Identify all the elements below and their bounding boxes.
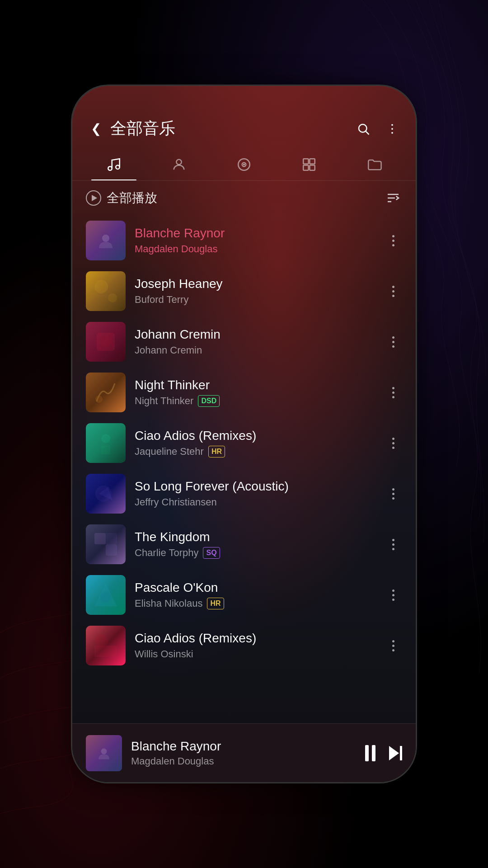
- song-more-button[interactable]: [384, 429, 402, 457]
- dots-icon: [392, 539, 394, 550]
- song-thumbnail: [86, 221, 126, 260]
- song-title: Joseph Heaney: [135, 277, 375, 291]
- song-info: Joseph Heaney Buford Terry: [135, 277, 375, 306]
- now-playing-info: Blanche Raynor Magdalen Douglas: [131, 739, 356, 767]
- grid-icon: [301, 157, 317, 172]
- more-icon: [385, 122, 399, 136]
- song-more-button[interactable]: [384, 227, 402, 254]
- svg-point-0: [359, 124, 367, 132]
- list-item[interactable]: So Long Forever (Acoustic) Jeffry Christ…: [72, 468, 416, 519]
- play-all-label: 全部播放: [107, 189, 157, 207]
- list-item[interactable]: Blanche Raynor Magdalen Douglas: [72, 215, 416, 266]
- song-artist: Johann Cremin: [135, 344, 202, 356]
- dots-icon: [392, 336, 394, 348]
- tab-artists[interactable]: [146, 149, 211, 180]
- page-title: 全部音乐: [106, 118, 353, 140]
- song-meta: Charlie Torphy SQ: [135, 547, 375, 559]
- pause-button[interactable]: [365, 745, 375, 761]
- svg-point-7: [176, 160, 181, 165]
- list-item[interactable]: Ciao Adios (Remixes) Willis Osinski: [72, 620, 416, 671]
- thumb-decoration: [92, 531, 119, 558]
- song-artist: Buford Terry: [135, 294, 188, 306]
- song-artist: Magdalen Douglas: [135, 243, 217, 255]
- svg-point-32: [94, 634, 108, 648]
- dots-icon: [392, 387, 394, 398]
- dots-icon: [392, 286, 394, 297]
- song-more-button[interactable]: [384, 480, 402, 507]
- song-artist: Night Thinker: [135, 395, 193, 407]
- song-more-button[interactable]: [384, 581, 402, 609]
- list-item[interactable]: Night Thinker Night Thinker DSD: [72, 367, 416, 418]
- next-icon: [389, 746, 402, 760]
- song-info: Ciao Adios (Remixes) Jaqueline Stehr HR: [135, 429, 375, 458]
- song-info: Johann Cremin Johann Cremin: [135, 327, 375, 356]
- quality-badge: HR: [208, 446, 225, 458]
- list-item[interactable]: Joseph Heaney Buford Terry: [72, 266, 416, 316]
- song-more-button[interactable]: [384, 379, 402, 406]
- music-note-icon: [106, 157, 122, 172]
- song-more-button[interactable]: [384, 278, 402, 305]
- song-thumbnail: [86, 322, 126, 362]
- song-meta: Night Thinker DSD: [135, 395, 375, 407]
- svg-point-18: [102, 235, 109, 242]
- list-item[interactable]: The Kingdom Charlie Torphy SQ: [72, 519, 416, 570]
- back-button[interactable]: ❮: [86, 119, 106, 139]
- thumb-decoration: [92, 581, 119, 609]
- dots-icon: [392, 488, 394, 500]
- song-more-button[interactable]: [384, 328, 402, 355]
- play-all-button[interactable]: 全部播放: [86, 189, 384, 207]
- song-info: So Long Forever (Acoustic) Jeffry Christ…: [135, 479, 375, 508]
- svg-point-19: [94, 280, 108, 293]
- list-item[interactable]: Ciao Adios (Remixes) Jaqueline Stehr HR: [72, 418, 416, 468]
- svg-rect-27: [94, 533, 106, 544]
- list-item[interactable]: Pascale O'Kon Elisha Nikolaus HR: [72, 570, 416, 620]
- svg-point-23: [95, 396, 103, 403]
- tab-albums[interactable]: [211, 149, 277, 180]
- song-list: Blanche Raynor Magdalen Douglas: [72, 215, 416, 723]
- disc-icon: [236, 157, 252, 172]
- app-container: ❮ 全部音乐: [72, 86, 416, 782]
- svg-rect-12: [310, 159, 314, 164]
- song-more-button[interactable]: [384, 531, 402, 558]
- search-button[interactable]: [353, 119, 373, 139]
- svg-rect-31: [94, 646, 117, 657]
- thumb-decoration: [92, 278, 119, 305]
- svg-point-20: [108, 293, 117, 302]
- now-playing-bar[interactable]: Blanche Raynor Magdalen Douglas: [72, 723, 416, 782]
- more-button[interactable]: [382, 119, 402, 139]
- now-playing-thumbnail: [86, 735, 122, 771]
- thumb-decoration: [92, 632, 119, 659]
- thumb-decoration: [92, 429, 119, 457]
- person-icon: [171, 157, 187, 172]
- song-thumbnail: [86, 423, 126, 463]
- song-meta: Magdalen Douglas: [135, 243, 375, 255]
- song-artist: Jeffry Christiansen: [135, 496, 217, 508]
- play-arrow-icon: [92, 195, 97, 201]
- svg-rect-25: [101, 445, 110, 454]
- thumb-decoration: [92, 480, 119, 507]
- tab-folders[interactable]: [342, 149, 407, 180]
- tab-playlists[interactable]: [277, 149, 342, 180]
- svg-rect-28: [106, 544, 117, 556]
- list-item[interactable]: Johann Cremin Johann Cremin: [72, 316, 416, 367]
- tab-songs[interactable]: [81, 149, 146, 180]
- song-info: Night Thinker Night Thinker DSD: [135, 378, 375, 407]
- dots-icon: [392, 438, 394, 449]
- svg-rect-11: [303, 159, 308, 164]
- search-icon: [357, 122, 370, 136]
- np-thumb-decoration: [95, 744, 113, 762]
- svg-point-3: [391, 128, 393, 130]
- song-info: Blanche Raynor Magdalen Douglas: [135, 226, 375, 255]
- thumb-decoration: [92, 328, 119, 355]
- next-button[interactable]: [389, 746, 402, 760]
- folder-icon: [366, 157, 382, 172]
- phone-frame: ❮ 全部音乐: [72, 86, 416, 782]
- dots-icon: [392, 235, 394, 246]
- quality-badge: HR: [207, 598, 224, 610]
- svg-point-22: [100, 336, 111, 347]
- pause-icon: [365, 745, 375, 761]
- song-more-button[interactable]: [384, 632, 402, 659]
- sort-button[interactable]: [384, 189, 402, 207]
- play-circle-icon: [86, 190, 101, 206]
- now-playing-artist: Magdalen Douglas: [131, 755, 356, 767]
